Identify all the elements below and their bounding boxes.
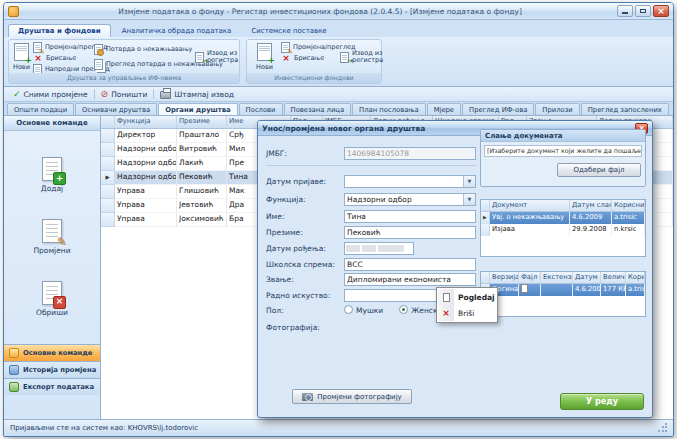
nav-change-history[interactable]: Историја промјена bbox=[4, 361, 100, 378]
tab-company-organs[interactable]: Органи друштва bbox=[158, 103, 237, 115]
jmbg-field[interactable] bbox=[344, 147, 476, 160]
export-icon bbox=[9, 382, 19, 392]
tab-attachments[interactable]: Прилози bbox=[535, 103, 579, 115]
view-icon bbox=[443, 293, 450, 302]
radio-checked-icon bbox=[399, 305, 408, 314]
tab-general-data[interactable]: Општи подаци bbox=[7, 103, 74, 115]
nav-data-export[interactable]: Експорт података bbox=[4, 378, 100, 395]
versions-table: Верзија Фајл бр. Екстензија Датум с... В… bbox=[480, 271, 646, 317]
education-field[interactable] bbox=[344, 258, 476, 271]
function-combo[interactable]: Надзорни одбор ▼ bbox=[344, 193, 476, 206]
commands-icon bbox=[9, 348, 19, 358]
close-button[interactable]: × bbox=[653, 5, 669, 17]
column-header[interactable]: Корисник bbox=[626, 272, 645, 283]
ribbon-tab-strip: Друштва и фондови Аналитичка обрада пода… bbox=[4, 20, 673, 37]
command-bar: ✓Сними промјене ⊘Поништи Штампај извод bbox=[4, 87, 673, 102]
window-controls: × bbox=[617, 5, 669, 17]
fund-new-entry-button[interactable]: Нови упис bbox=[251, 42, 278, 72]
nav-basic-commands[interactable]: Основне команде bbox=[4, 344, 100, 361]
documents-table: Документ Датум слања Корисник ▶ Увј. о н… bbox=[480, 199, 646, 257]
context-menu: Pogledaj × Briši bbox=[436, 287, 498, 323]
delete-icon bbox=[42, 281, 62, 305]
tab-activities[interactable]: Послови bbox=[239, 103, 283, 115]
certificate-view-button[interactable]: Преглед потврда о некажњавању bbox=[94, 59, 192, 69]
delete-button[interactable]: Обриши bbox=[4, 281, 100, 317]
sidebar-header: Основне команде bbox=[4, 116, 100, 131]
gender-male-radio[interactable]: Мушки bbox=[344, 305, 383, 315]
last-name-field[interactable] bbox=[344, 226, 476, 239]
first-name-field[interactable] bbox=[344, 210, 476, 223]
tab-founders[interactable]: Оснивачи друштва bbox=[75, 103, 157, 115]
sidebar: Основне команде Додај Промјени Обриши Ос… bbox=[4, 116, 101, 419]
fund-change-view-button[interactable]: Промјена/преглед bbox=[281, 42, 337, 52]
column-header[interactable]: Датум с... bbox=[573, 272, 601, 283]
document-select-hint[interactable]: [Изаберите документ који желите да пошаљ… bbox=[484, 145, 642, 157]
vocation-label: Звање: bbox=[266, 275, 294, 284]
choose-file-button[interactable]: Одабери фајл bbox=[557, 163, 641, 177]
tab-related-persons[interactable]: Повезана лица bbox=[284, 103, 352, 115]
dropdown-icon[interactable]: ▼ bbox=[463, 176, 475, 187]
column-header[interactable]: Верзија bbox=[490, 272, 519, 283]
column-header[interactable]: Функција bbox=[115, 116, 177, 128]
minimize-button[interactable] bbox=[617, 5, 633, 17]
save-changes-button[interactable]: ✓Сними промјене bbox=[9, 89, 92, 99]
fund-registry-extract-button[interactable]: Извод из регистра bbox=[340, 42, 378, 72]
add-button[interactable]: Додај bbox=[4, 157, 100, 193]
registry-extract-button[interactable]: Извод из регистра bbox=[195, 42, 238, 72]
ribbon-tab-companies-funds[interactable]: Друштва и фондови bbox=[8, 24, 111, 37]
vocation-field[interactable] bbox=[344, 273, 476, 286]
separator bbox=[94, 89, 95, 99]
row-indicator-header bbox=[101, 116, 115, 128]
camera-icon bbox=[302, 393, 313, 401]
column-header[interactable]: Документ bbox=[490, 200, 570, 211]
education-label: Школска спрема: bbox=[266, 260, 335, 269]
column-header[interactable]: Фајл бр. bbox=[519, 272, 541, 283]
ribbon-tab-analytics[interactable]: Аналитичка обрада података bbox=[113, 25, 241, 37]
tab-if-overview[interactable]: Преглед ИФ-ова bbox=[462, 103, 534, 115]
birth-date-label: Датум рођења: bbox=[266, 244, 326, 253]
certificate-button[interactable]: Потврда о некажњавању bbox=[94, 44, 192, 54]
printer-icon bbox=[160, 91, 171, 99]
context-menu-item-delete[interactable]: × Briši bbox=[438, 305, 496, 321]
resize-grip[interactable] bbox=[657, 423, 667, 433]
last-name-label: Презиме: bbox=[266, 228, 303, 237]
column-header[interactable]: Датум слања bbox=[570, 200, 612, 211]
column-header[interactable]: Екстензија bbox=[541, 272, 573, 283]
first-name-label: Име: bbox=[266, 212, 284, 221]
maximize-button[interactable] bbox=[635, 5, 651, 17]
column-header[interactable]: Величина bbox=[601, 272, 626, 283]
application-date-label: Датум пријаве: bbox=[266, 177, 326, 186]
birth-date-field[interactable] bbox=[344, 242, 414, 255]
change-photo-button[interactable]: Промјени фотографију bbox=[292, 389, 412, 404]
versions-table-header: Верзија Фајл бр. Екстензија Датум с... В… bbox=[481, 272, 645, 284]
edit-button[interactable]: Промјени bbox=[4, 219, 100, 255]
column-header[interactable]: Корисник bbox=[612, 200, 645, 211]
column-header[interactable]: Презиме bbox=[177, 116, 227, 128]
tab-measures[interactable]: Мјере bbox=[427, 103, 461, 115]
document-send-group: Слање докумената [Изаберите документ кој… bbox=[480, 129, 646, 187]
tab-employees[interactable]: Преглед запослених bbox=[581, 103, 669, 115]
context-menu-item-view[interactable]: Pogledaj bbox=[438, 289, 496, 305]
new-entry-button[interactable]: Нови упис bbox=[13, 42, 30, 72]
print-extract-button[interactable]: Штампај извод bbox=[156, 89, 238, 99]
edit-icon bbox=[281, 42, 290, 53]
extract-icon bbox=[195, 52, 204, 63]
change-view-button[interactable]: Промјена/преглед bbox=[33, 42, 91, 52]
table-row-selected[interactable]: ▶ Увј. о некажњавању 4.6.2009 a.trisic bbox=[481, 212, 645, 224]
table-row-selected[interactable]: ▶ Оргинал 4.6.2009 177 КБ a.trisic bbox=[481, 284, 645, 296]
group-caption: Слање докумената bbox=[481, 130, 645, 142]
close-icon: × bbox=[654, 6, 668, 16]
ribbon-tab-system-settings[interactable]: Системске поставке bbox=[242, 25, 335, 37]
ok-button[interactable]: У реду bbox=[560, 393, 644, 410]
sidebar-nav: Основне команде Историја промјена Експор… bbox=[4, 344, 100, 395]
delete-icon: × bbox=[442, 308, 450, 318]
cancel-button[interactable]: ⊘Поништи bbox=[97, 89, 152, 99]
dropdown-icon[interactable]: ▼ bbox=[463, 194, 475, 205]
certificate-icon bbox=[94, 44, 103, 55]
ribbon-group-caption: Инвестициони фондови bbox=[247, 73, 381, 83]
organ-entry-dialog: Унос/промјена новог органа друштва × ЈМБ… bbox=[257, 120, 653, 418]
tab-business-plan[interactable]: План пословања bbox=[352, 103, 426, 115]
application-date-combo[interactable]: ▼ bbox=[344, 175, 476, 188]
function-label: Функција: bbox=[266, 195, 306, 204]
table-row[interactable]: Изјава 29.9.2008 n.krsic bbox=[481, 224, 645, 236]
